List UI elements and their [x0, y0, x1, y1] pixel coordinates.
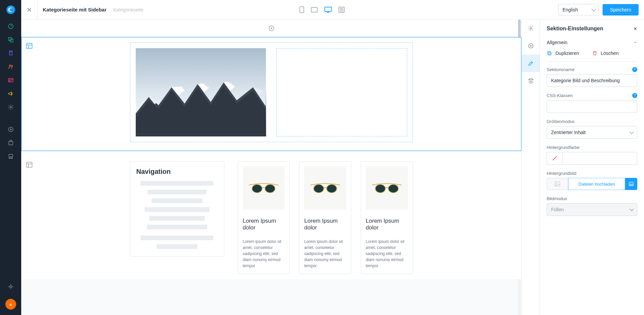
viewport-form[interactable]: [339, 7, 345, 13]
product-desc: Lorem ipsum dolor sit amet, consetetur s…: [243, 239, 285, 269]
settings-panel: Sektion-Einstellungen Allgemein Duplizie…: [540, 20, 644, 315]
no-color-icon: [552, 156, 557, 161]
nav-placeholder-line: [152, 198, 202, 203]
nav-placeholder-line: [144, 207, 210, 212]
section-listing[interactable]: Navigation: [21, 151, 521, 279]
viewport-phone[interactable]: [299, 6, 304, 13]
svg-rect-30: [27, 43, 32, 49]
section-nav-settings[interactable]: [522, 20, 540, 37]
nav-settings[interactable]: [0, 100, 21, 114]
image-mode-select[interactable]: [547, 203, 637, 216]
section-nav: [521, 20, 540, 315]
svg-point-10: [10, 106, 11, 108]
close-button[interactable]: [21, 0, 37, 20]
save-button[interactable]: Speichern: [603, 4, 639, 15]
viewport-desktop[interactable]: [324, 7, 332, 13]
main-nav: s: [0, 0, 21, 315]
product-desc: Lorem ipsum dolor sit amet, consetetur s…: [366, 239, 408, 269]
nav-marketing[interactable]: [0, 87, 21, 100]
section-nav-add[interactable]: [522, 37, 540, 55]
viewport-tablet[interactable]: [311, 7, 318, 12]
accordion-label: Allgemein: [547, 40, 567, 45]
panel-accordion-general[interactable]: Allgemein: [540, 36, 644, 49]
open-media-button[interactable]: [625, 178, 637, 190]
field-label-bg-color: Hintergrundfarbe: [547, 145, 580, 150]
nav-orders[interactable]: [0, 46, 21, 60]
nav-extensions-add[interactable]: [0, 123, 21, 136]
chevron-down-icon: [633, 40, 637, 44]
svg-point-15: [10, 286, 12, 288]
language-select[interactable]: English: [558, 4, 599, 15]
section-nav-navigator[interactable]: [522, 72, 540, 90]
user-avatar[interactable]: s: [5, 299, 16, 310]
add-block-button[interactable]: [268, 25, 275, 32]
css-classes-input[interactable]: [547, 100, 637, 113]
product-card[interactable]: Lorem Ipsum dolor Lorem ipsum dolor sit …: [238, 161, 290, 274]
image-slot[interactable]: [136, 48, 266, 136]
nav-content[interactable]: [0, 73, 21, 87]
upload-files-button[interactable]: Dateien hochladen: [568, 178, 625, 190]
svg-rect-55: [548, 52, 550, 54]
duplicate-button[interactable]: Duplizieren: [547, 51, 592, 56]
delete-label: Löschen: [601, 51, 619, 56]
svg-rect-6: [8, 78, 13, 82]
svg-point-58: [556, 183, 557, 184]
logo[interactable]: [0, 0, 21, 20]
nav-placeholder-line: [140, 235, 214, 240]
svg-rect-19: [311, 7, 317, 12]
product-desc: Lorem ipsum dolor sit amet, consetetur s…: [304, 239, 346, 269]
product-title: Lorem Ipsum dolor: [366, 218, 408, 231]
page-subtitle: Kategorieseite: [113, 7, 143, 12]
image-placeholder-icon: [554, 181, 561, 187]
nav-placeholder-line: [147, 225, 207, 229]
nav-placeholder-line: [140, 181, 214, 186]
product-listing-block[interactable]: Lorem Ipsum dolor Lorem ipsum dolor sit …: [238, 161, 413, 274]
field-label-section-name: Sektionsname: [547, 67, 574, 72]
delete-button[interactable]: Löschen: [592, 51, 638, 56]
product-card[interactable]: Lorem Ipsum dolor Lorem ipsum dolor sit …: [299, 161, 351, 274]
nav-saleschannel[interactable]: [0, 150, 21, 163]
product-image: [243, 166, 285, 210]
product-image: [304, 166, 346, 210]
svg-point-5: [11, 65, 12, 67]
bg-color-input[interactable]: [562, 152, 637, 165]
block-image-text[interactable]: [130, 42, 413, 142]
add-block-bar: [21, 20, 521, 37]
media-icon: [629, 181, 634, 187]
section-name-input[interactable]: [547, 74, 637, 87]
panel-title: Sektion-Einstellungen: [547, 26, 603, 32]
svg-rect-18: [300, 7, 304, 13]
nav-help[interactable]: [0, 280, 21, 293]
section-nav-edit[interactable]: [522, 55, 540, 72]
nav-dashboard[interactable]: [0, 20, 21, 33]
nav-customers[interactable]: [0, 60, 21, 73]
viewport-switch: [299, 6, 345, 13]
product-title: Lorem Ipsum dolor: [304, 218, 346, 231]
nav-placeholder-line: [149, 216, 205, 221]
svg-rect-20: [325, 7, 331, 11]
product-card[interactable]: Lorem Ipsum dolor Lorem ipsum dolor sit …: [361, 161, 413, 274]
nav-catalogues[interactable]: [0, 33, 21, 46]
field-label-bg-image: Hintergrundbild: [547, 171, 576, 176]
trash-icon: [592, 51, 598, 56]
duplicate-icon: [547, 51, 552, 56]
language-select-wrap: English: [558, 4, 599, 15]
field-label-image-mode: Bildmodus: [547, 196, 567, 201]
product-title: Lorem Ipsum dolor: [243, 218, 285, 231]
section-layout-icon: [26, 161, 33, 168]
size-mode-select[interactable]: [547, 126, 637, 139]
help-icon[interactable]: ?: [632, 67, 637, 72]
page-title: Kategorieseite mit Sidebar: [43, 7, 106, 12]
sidebar-navigation-block[interactable]: Navigation: [130, 161, 224, 257]
color-swatch-none[interactable]: [547, 152, 562, 165]
product-image: [366, 166, 408, 210]
section-image-text[interactable]: [21, 37, 521, 151]
panel-close-button[interactable]: [633, 27, 637, 31]
field-label-css-classes: CSS-Klassen: [547, 93, 573, 98]
upload-dropzone[interactable]: [547, 178, 568, 190]
svg-rect-56: [548, 52, 551, 55]
nav-extensions-store[interactable]: [0, 136, 21, 150]
help-icon[interactable]: ?: [632, 93, 637, 98]
text-slot-empty[interactable]: [276, 48, 407, 136]
duplicate-label: Duplizieren: [555, 51, 579, 56]
